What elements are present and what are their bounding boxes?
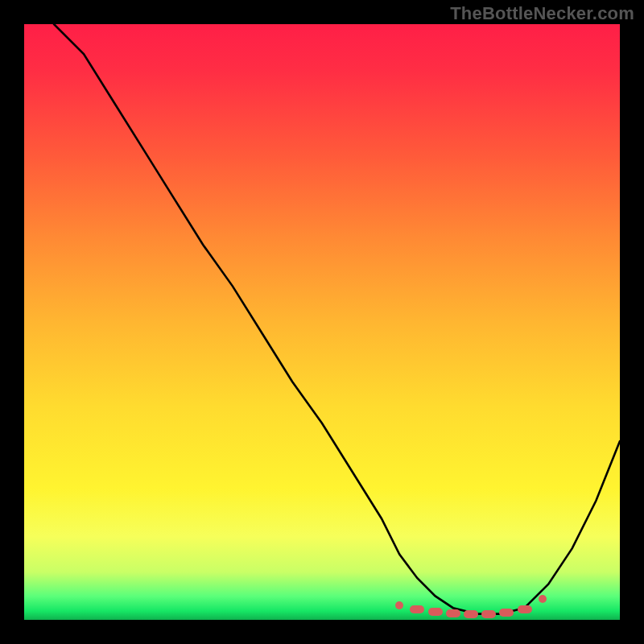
- optimal-marker: [499, 609, 514, 617]
- optimal-marker: [481, 610, 496, 618]
- chart-frame: TheBottleNecker.com: [0, 0, 644, 644]
- optimal-marker: [410, 605, 424, 613]
- optimal-marker: [539, 595, 547, 603]
- bottleneck-curve: [54, 24, 620, 614]
- watermark-text: TheBottleNecker.com: [450, 3, 634, 24]
- optimal-marker: [395, 601, 403, 609]
- optimal-marker: [428, 608, 443, 616]
- optimal-marker: [446, 609, 460, 617]
- curve-layer: [24, 24, 620, 620]
- optimal-marker: [464, 610, 478, 618]
- optimal-marker: [518, 605, 532, 613]
- plot-area: [24, 24, 620, 620]
